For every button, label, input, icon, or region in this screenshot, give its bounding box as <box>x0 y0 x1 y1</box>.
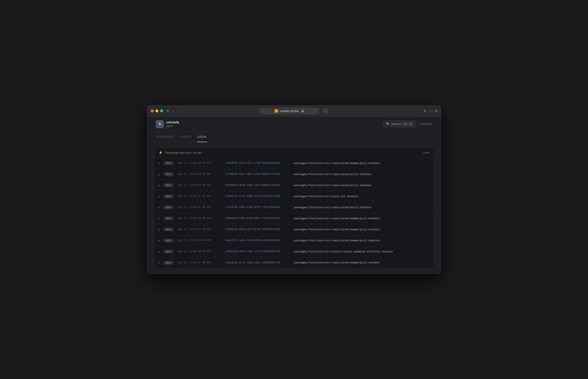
expand-arrow-icon[interactable]: ▶ <box>159 184 160 187</box>
log-timestamp: Sep 21, 6:03:46 PM EDT <box>178 162 220 165</box>
fullscreen-button[interactable] <box>160 110 163 112</box>
expand-arrow-icon[interactable]: ▶ <box>159 228 160 231</box>
address-bar-section: 🟧 console.sst.dev 🔒 ··· <box>260 108 328 114</box>
log-id: 57fe3769-236d-4108-97f0-73b7733446be <box>225 206 289 209</box>
expand-arrow-icon[interactable]: ▶ <box>159 239 160 242</box>
titlebar-controls: ⊞ ⌄ ‹ <box>166 108 180 113</box>
back-icon[interactable]: ‹ <box>177 108 180 113</box>
log-id: 6336bbcd-a8a6-4d6e-bb43-508db72844c8 <box>225 184 289 187</box>
expand-arrow-icon[interactable]: ▶ <box>159 206 160 209</box>
log-panel: ⚡ Tailing logs from local `sst dev`… Cle… <box>154 147 434 268</box>
log-badge: INFO <box>164 228 173 231</box>
expand-arrow-icon[interactable]: ▶ <box>159 195 160 198</box>
tabs-overview-icon[interactable]: ⧉ <box>435 109 437 113</box>
chevron-down-icon[interactable]: ⌄ <box>171 109 175 113</box>
log-timestamp: Sep 21, 6:03:41 PM EDT <box>178 206 220 209</box>
expand-arrow-icon[interactable]: ▶ <box>159 262 160 264</box>
tailing-icon: ⚡ <box>159 151 163 155</box>
header-right: 🔍 Jump to ⌘ K LOGOUT <box>383 120 432 127</box>
log-id: 6bac0127-ae0b-420d-8858-6a313db24329 <box>225 239 289 242</box>
log-timestamp: Sep 21, 6:03:41 PM EDT <box>178 184 220 187</box>
log-row[interactable]: ▶ INFO Sep 21, 6:03:41 PM EDT 6336bbcd-a… <box>154 180 434 191</box>
log-timestamp: Sep 21, 6:02:47 PM EDT <box>178 261 220 264</box>
tab-local[interactable]: LOCAL <box>197 132 207 142</box>
log-row[interactable]: ▶ INFO Sep 21, 6:02:47 PM EDT 151d1b90-a… <box>154 257 434 268</box>
log-path: packages/functions/src/auth-iot.handler <box>294 195 359 198</box>
traffic-lights <box>151 110 163 112</box>
address-bar[interactable]: 🟧 console.sst.dev 🔒 <box>260 108 319 114</box>
log-path: packages/functions/src/replicache/dummy/… <box>294 261 380 264</box>
search-icon: 🔍 <box>386 123 390 126</box>
more-options-button[interactable]: ··· <box>322 108 328 114</box>
expand-arrow-icon[interactable]: ▶ <box>159 173 160 175</box>
log-badge: INFO <box>164 161 173 165</box>
log-badge: INFO <box>164 205 173 209</box>
log-path: packages/functions/src/replicache/pull1.… <box>294 184 372 187</box>
logout-button[interactable]: LOGOUT <box>420 122 432 126</box>
log-badge: INFO <box>164 217 173 220</box>
log-timestamp: Sep 21, 6:03:38 PM EDT <box>178 217 220 220</box>
log-panel-header: ⚡ Tailing logs from local `sst dev`… Cle… <box>154 148 434 158</box>
log-timestamp: Sep 21, 6:03:41 PM EDT <box>178 195 220 198</box>
k-key: K <box>409 122 413 126</box>
url-text: console.sst.dev <box>280 110 299 113</box>
log-badge: INFO <box>164 238 173 242</box>
browser-window: ⊞ ⌄ ‹ 🟧 console.sst.dev 🔒 ··· ⬆ + ⧉ S <box>147 105 441 274</box>
log-row[interactable]: ▶ INFO Sep 21, 6:02:49 PM EDT a936e188-4… <box>154 246 434 257</box>
tab-issues[interactable]: ISSUES <box>181 132 192 142</box>
expand-arrow-icon[interactable]: ▶ <box>159 217 160 220</box>
log-row[interactable]: ▶ INFO Sep 21, 6:03:43 PM EDT f1708395-9… <box>154 169 434 180</box>
log-badge: INFO <box>164 194 173 198</box>
brand-section: S console jayair ⌄ <box>156 120 185 128</box>
log-path: packages/functions/src/replicache/dummy/… <box>294 162 380 165</box>
log-path: packages/functions/src/replicache/dummy/… <box>294 228 380 231</box>
minimize-button[interactable] <box>155 110 158 112</box>
log-id: a936e188-46f5-44db-af79-3a0e0e9b5c86 <box>225 250 289 253</box>
log-rows-container: ▶ INFO Sep 21, 6:03:46 PM EDT 4ee50f25-d… <box>154 158 434 268</box>
log-id: 151d1b90-a27b-4993-9421-ed80a5604729 <box>225 261 289 264</box>
log-path: packages/functions/src/replicache/dummy/… <box>294 239 380 242</box>
expand-arrow-icon[interactable]: ▶ <box>159 162 160 164</box>
log-badge: INFO <box>164 172 173 176</box>
log-id: 7149a338-b56d-46c7-8f4d-d640265fc448 <box>225 228 289 231</box>
log-badge: INFO <box>164 183 173 187</box>
tailing-text: Tailing logs from local `sst dev`… <box>165 151 206 154</box>
log-timestamp: Sep 21, 6:02:53 PM EDT <box>178 239 220 242</box>
log-row[interactable]: ▶ INFO Sep 21, 6:03:41 PM EDT 57fe3769-2… <box>154 202 434 213</box>
log-badge: INFO <box>164 250 173 253</box>
log-row[interactable]: ▶ INFO Sep 21, 6:03:38 PM EDT 8a89a4b6-f… <box>154 213 434 224</box>
brand-info: console jayair <box>166 120 179 127</box>
brand-chevron-icon[interactable]: ⌄ <box>183 123 185 126</box>
log-timestamp: Sep 21, 6:02:49 PM EDT <box>178 250 220 253</box>
log-id: 4ee50f25-d211-45c1-afd0-0a8882b10891 <box>225 162 289 165</box>
ellipsis-icon: ··· <box>324 109 327 113</box>
jump-to-button[interactable]: 🔍 Jump to ⌘ K <box>383 120 417 127</box>
main-content: ⚡ Tailing logs from local `sst dev`… Cle… <box>147 142 441 274</box>
log-path: packages/functions/src/replicache/dummy/… <box>294 217 380 220</box>
log-id: f1708395-9cec-4617-a334-6db5bc747d1d <box>225 173 289 176</box>
titlebar: ⊞ ⌄ ‹ 🟧 console.sst.dev 🔒 ··· ⬆ + ⧉ <box>147 106 441 117</box>
titlebar-right-actions: ⬆ + ⧉ <box>423 109 437 113</box>
new-tab-icon[interactable]: + <box>430 109 432 113</box>
log-path: packages/functions/src/replicache/pull1.… <box>294 173 372 176</box>
nav-tabs: RESOURCES ISSUES LOCAL <box>147 132 441 142</box>
keyboard-shortcut: ⌘ K <box>403 122 413 126</box>
avatar: S <box>156 120 164 128</box>
log-path: packages/functions/src/events/stack-upda… <box>294 250 393 253</box>
log-timestamp: Sep 21, 6:03:37 PM EDT <box>178 228 220 231</box>
favicon-icon: 🟧 <box>274 109 278 113</box>
share-icon[interactable]: ⬆ <box>423 109 426 113</box>
brand-name: console <box>166 120 179 124</box>
expand-arrow-icon[interactable]: ▶ <box>159 251 160 253</box>
jump-to-label: Jump to <box>391 122 401 126</box>
log-row[interactable]: ▶ INFO Sep 21, 6:03:46 PM EDT 4ee50f25-d… <box>154 158 434 169</box>
close-button[interactable] <box>151 110 154 112</box>
log-badge: INFO <box>164 261 173 265</box>
clear-button[interactable]: Clear <box>423 151 429 154</box>
app-header: S console jayair ⌄ 🔍 Jump to ⌘ K LOGOUT <box>147 117 441 132</box>
log-row[interactable]: ▶ INFO Sep 21, 6:03:37 PM EDT 7149a338-b… <box>154 224 434 235</box>
log-row[interactable]: ▶ INFO Sep 21, 6:03:41 PM EDT 2169b76e-3… <box>154 191 434 202</box>
tab-resources[interactable]: RESOURCES <box>156 132 175 142</box>
log-row[interactable]: ▶ INFO Sep 21, 6:02:53 PM EDT 6bac0127-a… <box>154 235 434 246</box>
sidebar-toggle-icon[interactable]: ⊞ <box>166 108 170 113</box>
